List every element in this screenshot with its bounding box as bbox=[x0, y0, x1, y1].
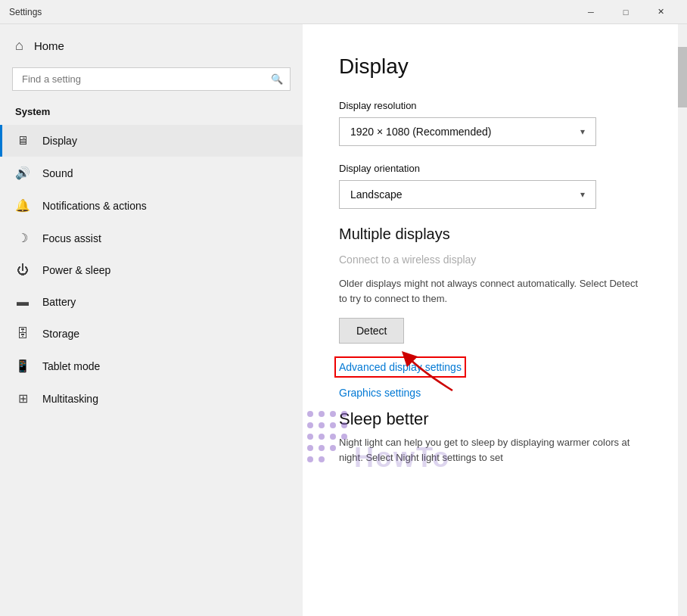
page-title: Display bbox=[339, 54, 642, 79]
resolution-label: Display resolution bbox=[339, 100, 642, 111]
sidebar: ⌂ Home 🔍 System 🖥 Display 🔊 Sound 🔔 Noti… bbox=[0, 24, 303, 616]
tablet-icon: 📱 bbox=[15, 359, 30, 373]
svg-point-1 bbox=[319, 411, 325, 417]
multitasking-icon: ⊞ bbox=[15, 391, 30, 406]
svg-point-2 bbox=[330, 411, 336, 417]
svg-point-3 bbox=[341, 411, 347, 417]
sidebar-item-display[interactable]: 🖥 Display bbox=[0, 125, 303, 157]
storage-icon: 🗄 bbox=[15, 327, 30, 341]
focus-icon: ☽ bbox=[15, 231, 30, 245]
notifications-icon: 🔔 bbox=[15, 198, 30, 213]
sidebar-label-notifications: Notifications & actions bbox=[42, 200, 147, 212]
graphics-link-container: Graphics settings bbox=[339, 387, 642, 399]
main-content: Display Display resolution 1920 × 1080 (… bbox=[303, 24, 678, 616]
sidebar-label-battery: Battery bbox=[42, 296, 76, 308]
sidebar-label-power: Power & sleep bbox=[42, 264, 110, 276]
sidebar-section-title: System bbox=[0, 100, 303, 125]
svg-point-11 bbox=[341, 434, 347, 440]
sidebar-item-power[interactable]: ⏻ Power & sleep bbox=[0, 254, 303, 286]
svg-point-0 bbox=[307, 411, 313, 417]
orientation-label: Display orientation bbox=[339, 163, 642, 174]
window-controls: ─ □ ✕ bbox=[574, 0, 678, 24]
orientation-value: Landscape bbox=[350, 188, 403, 201]
sidebar-home[interactable]: ⌂ Home bbox=[0, 24, 303, 67]
svg-point-15 bbox=[307, 456, 313, 462]
sidebar-label-display: Display bbox=[42, 135, 77, 147]
svg-point-7 bbox=[341, 422, 347, 428]
sidebar-label-focus: Focus assist bbox=[42, 232, 101, 244]
app-title: Settings bbox=[9, 7, 42, 17]
wireless-display-link[interactable]: Connect to a wireless display bbox=[339, 254, 642, 266]
scrollbar-track[interactable] bbox=[678, 24, 687, 616]
home-label: Home bbox=[34, 39, 64, 52]
battery-icon: ▬ bbox=[15, 295, 30, 309]
close-button[interactable]: ✕ bbox=[643, 0, 678, 24]
sidebar-label-storage: Storage bbox=[42, 328, 79, 340]
sidebar-label-multitasking: Multitasking bbox=[42, 393, 98, 405]
dots-pattern bbox=[303, 406, 386, 478]
advanced-link-container: Advanced display settings bbox=[339, 360, 642, 381]
sidebar-label-sound: Sound bbox=[42, 167, 73, 179]
svg-point-8 bbox=[307, 434, 313, 440]
minimize-button[interactable]: ─ bbox=[574, 0, 608, 24]
power-icon: ⏻ bbox=[15, 263, 30, 277]
sidebar-item-notifications[interactable]: 🔔 Notifications & actions bbox=[0, 189, 303, 222]
search-input[interactable] bbox=[12, 67, 291, 91]
sidebar-item-multitasking[interactable]: ⊞ Multitasking bbox=[0, 382, 303, 415]
maximize-button[interactable]: □ bbox=[608, 0, 643, 24]
resolution-dropdown-arrow: ▾ bbox=[580, 126, 585, 137]
dots-svg bbox=[303, 406, 386, 474]
graphics-link[interactable]: Graphics settings bbox=[339, 387, 642, 399]
sidebar-item-tablet[interactable]: 📱 Tablet mode bbox=[0, 350, 303, 382]
display-icon: 🖥 bbox=[15, 134, 30, 148]
svg-point-4 bbox=[307, 422, 313, 428]
sidebar-label-tablet: Tablet mode bbox=[42, 360, 100, 372]
svg-point-13 bbox=[319, 445, 325, 451]
orientation-dropdown[interactable]: Landscape ▾ bbox=[339, 180, 596, 209]
svg-point-6 bbox=[330, 422, 336, 428]
titlebar: Settings ─ □ ✕ bbox=[0, 0, 687, 24]
red-arrow-indicator bbox=[399, 349, 460, 394]
svg-point-12 bbox=[307, 445, 313, 451]
app-container: ⌂ Home 🔍 System 🖥 Display 🔊 Sound 🔔 Noti… bbox=[0, 24, 687, 616]
sidebar-item-battery[interactable]: ▬ Battery bbox=[0, 286, 303, 318]
orientation-dropdown-arrow: ▾ bbox=[580, 189, 585, 200]
svg-point-9 bbox=[319, 434, 325, 440]
search-icon: 🔍 bbox=[271, 73, 283, 85]
scrollbar-thumb[interactable] bbox=[678, 47, 687, 107]
svg-point-16 bbox=[319, 456, 325, 462]
sleep-section: HowTo Sleep better Night light can help … bbox=[339, 409, 642, 478]
home-icon: ⌂ bbox=[15, 38, 23, 54]
svg-point-5 bbox=[319, 422, 325, 428]
svg-point-10 bbox=[330, 434, 336, 440]
resolution-value: 1920 × 1080 (Recommended) bbox=[350, 126, 491, 138]
older-displays-text: Older displays might not always connect … bbox=[339, 276, 642, 306]
sound-icon: 🔊 bbox=[15, 166, 30, 180]
multiple-displays-title: Multiple displays bbox=[339, 226, 642, 243]
search-container: 🔍 bbox=[12, 67, 291, 91]
resolution-dropdown[interactable]: 1920 × 1080 (Recommended) ▾ bbox=[339, 117, 596, 146]
sidebar-item-sound[interactable]: 🔊 Sound bbox=[0, 157, 303, 189]
detect-button[interactable]: Detect bbox=[339, 318, 404, 344]
sidebar-item-focus[interactable]: ☽ Focus assist bbox=[0, 222, 303, 254]
sidebar-item-storage[interactable]: 🗄 Storage bbox=[0, 318, 303, 350]
svg-point-14 bbox=[330, 445, 336, 451]
